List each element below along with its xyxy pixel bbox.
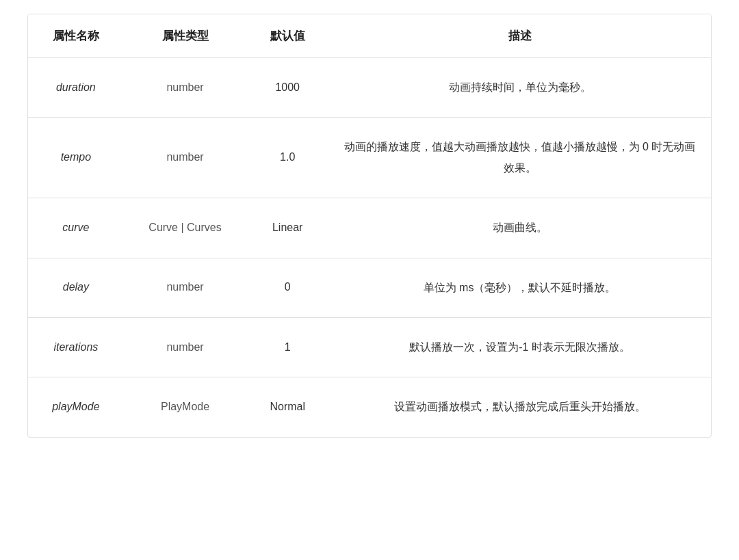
cell-name: delay [28, 258, 124, 317]
table-header-row: 属性名称 属性类型 默认值 描述 [28, 14, 711, 58]
cell-desc: 设置动画播放模式，默认播放完成后重头开始播放。 [328, 377, 711, 437]
cell-name: playMode [28, 377, 124, 437]
table-row: temponumber1.0动画的播放速度，值越大动画播放越快，值越小播放越慢，… [28, 118, 711, 198]
cell-desc: 动画持续时间，单位为毫秒。 [328, 58, 711, 118]
table-row: durationnumber1000动画持续时间，单位为毫秒。 [28, 58, 711, 118]
table-row: iterationsnumber1默认播放一次，设置为-1 时表示无限次播放。 [28, 317, 711, 377]
cell-default: 1.0 [246, 118, 328, 198]
cell-type: PlayMode [124, 377, 247, 437]
properties-table: 属性名称 属性类型 默认值 描述 durationnumber1000动画持续时… [27, 14, 712, 438]
cell-type: Curve | Curves [124, 198, 247, 258]
cell-name: curve [28, 198, 124, 258]
cell-type: number [124, 317, 247, 377]
table-row: playModePlayModeNormal设置动画播放模式，默认播放完成后重头… [28, 377, 711, 437]
cell-desc: 默认播放一次，设置为-1 时表示无限次播放。 [328, 317, 711, 377]
cell-desc: 单位为 ms（毫秒），默认不延时播放。 [328, 258, 711, 317]
header-desc: 描述 [328, 14, 711, 58]
table-row: delaynumber0单位为 ms（毫秒），默认不延时播放。 [28, 258, 711, 317]
cell-type: number [124, 118, 247, 198]
cell-default: 0 [246, 258, 328, 317]
header-type: 属性类型 [124, 14, 247, 58]
cell-default: 1 [246, 317, 328, 377]
cell-default: 1000 [246, 58, 328, 118]
header-name: 属性名称 [28, 14, 124, 58]
cell-default: Linear [246, 198, 328, 258]
cell-desc: 动画的播放速度，值越大动画播放越快，值越小播放越慢，为 0 时无动画效果。 [328, 118, 711, 198]
cell-name: iterations [28, 317, 124, 377]
cell-name: tempo [28, 118, 124, 198]
header-default: 默认值 [246, 14, 328, 58]
cell-name: duration [28, 58, 124, 118]
cell-desc: 动画曲线。 [328, 198, 711, 258]
cell-type: number [124, 58, 247, 118]
cell-default: Normal [246, 377, 328, 437]
cell-type: number [124, 258, 247, 317]
table-row: curveCurve | CurvesLinear动画曲线。 [28, 198, 711, 258]
